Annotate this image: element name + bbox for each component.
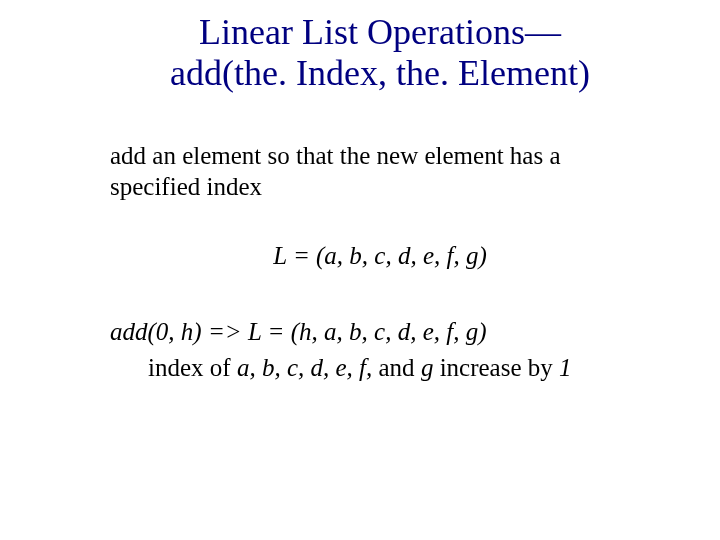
example-result: L = (h, a, b, c, d, e, f, g)	[248, 318, 487, 345]
consequence-last: g	[421, 354, 434, 381]
consequence-mid: and	[379, 354, 421, 381]
example-line-1: add(0, h) => L = (h, a, b, c, d, e, f, g…	[110, 315, 650, 349]
consequence-suffix: increase by	[433, 354, 559, 381]
slide: Linear List Operations— add(the. Index, …	[0, 0, 720, 540]
consequence-amount: 1	[559, 354, 572, 381]
title-line-1: Linear List Operations—	[199, 12, 561, 52]
example-block: add(0, h) => L = (h, a, b, c, d, e, f, g…	[110, 315, 650, 385]
consequence-items: a, b, c, d, e, f,	[237, 354, 379, 381]
example-call: add(0, h)	[110, 318, 208, 345]
description-text: add an element so that the new element h…	[110, 140, 650, 203]
list-definition: L = (a, b, c, d, e, f, g)	[110, 242, 650, 270]
slide-title: Linear List Operations— add(the. Index, …	[110, 12, 650, 95]
title-line-2: add(the. Index, the. Element)	[170, 53, 590, 93]
consequence-prefix: index of	[148, 354, 237, 381]
example-line-2: index of a, b, c, d, e, f, and g increas…	[110, 351, 650, 385]
example-arrow: =>	[208, 318, 248, 345]
